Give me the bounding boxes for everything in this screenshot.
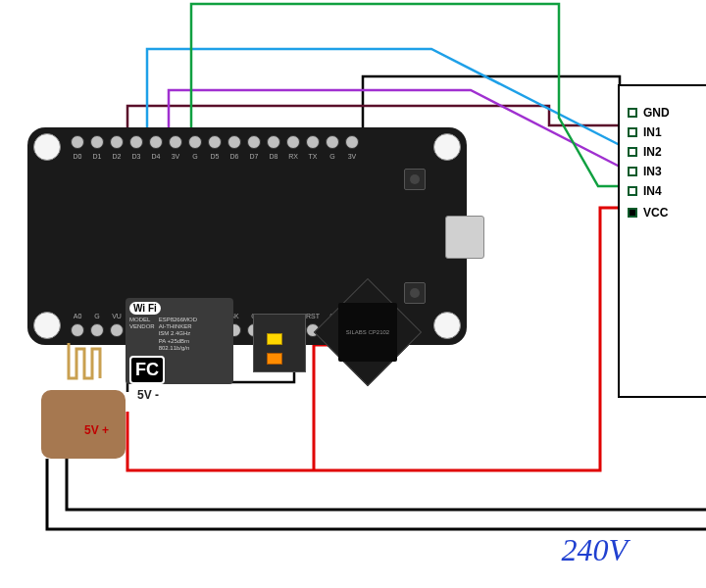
mount-hole bbox=[433, 133, 461, 161]
reset-button bbox=[404, 282, 426, 304]
power-supply-module bbox=[41, 390, 126, 459]
led-orange-icon bbox=[267, 353, 282, 365]
led-yellow-icon bbox=[267, 333, 282, 345]
psu-neg-label: 5V - bbox=[137, 388, 159, 402]
top-pin-row bbox=[71, 135, 359, 149]
relay-pin-in4: IN4 bbox=[628, 184, 662, 198]
relay-pin-in3: IN3 bbox=[628, 165, 662, 178]
mount-hole bbox=[433, 312, 461, 339]
mains-voltage-label: 240V bbox=[561, 532, 628, 568]
fcc-logo-icon: FC bbox=[129, 356, 165, 384]
mount-hole bbox=[33, 133, 61, 161]
psu-pos-label: 5V + bbox=[84, 423, 109, 437]
top-pin-labels: D0D1D2D3D43VGD5D6D7D8RXTXG3V bbox=[71, 153, 359, 160]
relay-pin-in1: IN1 bbox=[628, 125, 662, 139]
relay-module: GND IN1 IN2 IN3 IN4 VCC bbox=[618, 84, 706, 398]
relay-pin-vcc: VCC bbox=[628, 206, 668, 220]
nodemcu-board: D0D1D2D3D43VGD5D6D7D8RXTXG3V A0GVUS3S2S1… bbox=[27, 127, 467, 345]
relay-pin-gnd: GND bbox=[628, 106, 670, 120]
flash-button bbox=[404, 169, 426, 190]
micro-usb-port bbox=[445, 216, 484, 259]
pcb-antenna-icon bbox=[67, 341, 106, 380]
relay-pin-in2: IN2 bbox=[628, 145, 662, 159]
mount-hole bbox=[33, 312, 61, 339]
wifi-logo-icon: Wi Fi bbox=[129, 302, 161, 315]
esp8266-shield: Wi Fi MODEL VENDOR ESP8266MOD AI-THINKER… bbox=[126, 298, 233, 384]
